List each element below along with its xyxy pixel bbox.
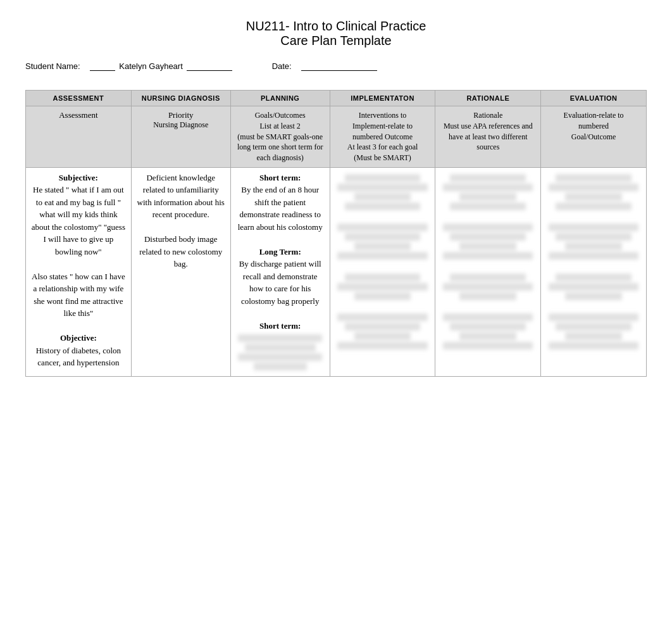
student-name-underline-right (187, 61, 232, 71)
impl-sub4: At least 3 for each goal (347, 142, 418, 151)
data-row-1: Subjective: He stated " what if I am out… (26, 167, 647, 377)
long-term-label: Long Term: (259, 247, 301, 256)
date-field (301, 61, 377, 71)
sub-header-assessment: Assessment (26, 106, 132, 168)
header-row: ASSESSMENT NURSING DIAGNOSIS PLANNING IM… (26, 91, 647, 106)
header-rationale: RATIONALE (435, 91, 541, 106)
objective-section: Objective: History of diabetes, colon ca… (31, 332, 126, 369)
eval-sub2: numbered (578, 122, 609, 130)
sub-header-rationale: Rationale Must use APA references and ha… (435, 106, 541, 168)
impl-sub3: numbered Outcome (352, 132, 413, 141)
short-term2-label: Short term: (259, 321, 301, 331)
title-section: NU211- Intro to Clinical Practice Care P… (25, 19, 647, 48)
rationale-sub2: Must use APA references and have at leas… (444, 122, 533, 152)
diagnosis-cell: Deficient knowledge related to unfamilia… (131, 167, 230, 377)
implementation-blurred (335, 174, 430, 350)
header-planning: PLANNING (230, 91, 330, 106)
short-term-label: Short term: (259, 173, 301, 182)
rationale-blurred (440, 174, 535, 350)
subjective-label: Subjective: (59, 173, 98, 182)
impl-sub2: Implement-relate to (352, 122, 413, 130)
sub-header-row: Assessment Priority Nursing Diagnose Goa… (26, 106, 647, 168)
impl-sub5: (Must be SMART) (354, 153, 411, 162)
planning-blurred (236, 334, 325, 370)
planning-cell: Short term: By the end of an 8 hour shif… (230, 167, 330, 377)
eval-sub1: Evaluation-relate to (564, 111, 624, 120)
sub-header-planning: Goals/Outcomes List at least 2 (must be … (230, 106, 330, 168)
subjective-text: He stated " what if I am out to eat and … (32, 185, 125, 256)
implementation-cell (330, 167, 435, 377)
student-name-label: Student Name: (25, 61, 80, 71)
header-implementation: IMPLEMENTATON (330, 91, 435, 106)
planning-sub3: (must be SMART goals-one long term one s… (237, 132, 323, 163)
evaluation-blurred (546, 174, 641, 350)
evaluation-cell (541, 167, 647, 377)
impl-sub1: Interventions to (359, 111, 407, 120)
date-label: Date: (272, 61, 292, 71)
rationale-sub1: Rationale (473, 111, 502, 120)
objective-text: History of diabetes, colon cancer, and h… (36, 346, 121, 368)
eval-sub3: Goal/Outcome (571, 132, 616, 141)
student-name-underline-left (90, 61, 115, 71)
care-table: ASSESSMENT NURSING DIAGNOSIS PLANNING IM… (25, 90, 647, 377)
sub-header-nursing-diagnosis: Priority Nursing Diagnose (131, 106, 230, 168)
page: NU211- Intro to Clinical Practice Care P… (0, 0, 672, 637)
header-nursing-diagnosis: NURSING DIAGNOSIS (131, 91, 230, 106)
short-term-text: By the end of an 8 hour shift the patien… (238, 185, 323, 232)
also-states-section: Also states " how can I have a relations… (31, 270, 126, 320)
student-name-value: Katelyn Gayheart (119, 61, 182, 71)
rationale-cell (435, 167, 541, 377)
planning-sub2: List at least 2 (260, 122, 301, 130)
assessment-cell: Subjective: He stated " what if I am out… (26, 167, 132, 377)
diagnosis-text1: Deficient knowledge related to unfamilia… (137, 173, 225, 220)
subjective-section: Subjective: He stated " what if I am out… (31, 172, 126, 258)
long-term-text: By discharge patient will recall and dem… (239, 259, 321, 306)
diagnosis-text2: Disturbed body image related to new colo… (139, 234, 222, 268)
also-states-text: Also states " how can I have a relations… (32, 272, 125, 318)
sub-header-evaluation: Evaluation-relate to numbered Goal/Outco… (541, 106, 647, 168)
title-line1: NU211- Intro to Clinical Practice (25, 19, 647, 34)
planning-sub1: Goals/Outcomes (255, 111, 306, 120)
header-assessment: ASSESSMENT (26, 91, 132, 106)
sub-header-implementation: Interventions to Implement-relate to num… (330, 106, 435, 168)
objective-label: Objective: (60, 333, 97, 343)
student-info: Student Name: Katelyn Gayheart Date: (25, 61, 647, 71)
header-evaluation: EVALUATION (541, 91, 647, 106)
title-line2: Care Plan Template (25, 34, 647, 48)
